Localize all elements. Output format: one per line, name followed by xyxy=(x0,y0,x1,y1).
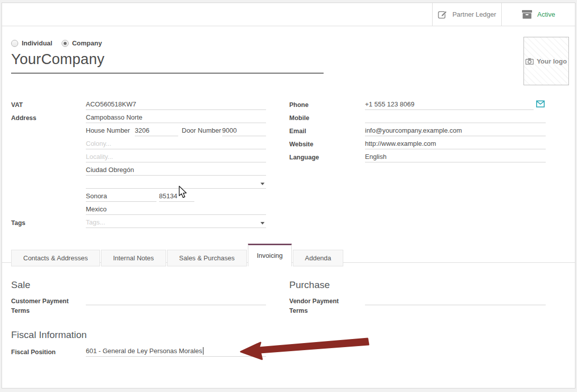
tab-addenda[interactable]: Addenda xyxy=(293,250,343,266)
house-number-input[interactable]: 3206 xyxy=(135,126,178,136)
radio-company-circle[interactable] xyxy=(62,40,69,47)
radio-individual-circle[interactable] xyxy=(11,40,18,47)
language-label: Language xyxy=(289,153,362,162)
colony-input[interactable]: Colony... xyxy=(86,139,266,149)
sms-envelope-icon[interactable] xyxy=(536,100,545,107)
locality-input[interactable]: Locality... xyxy=(86,152,266,162)
tags-input[interactable]: Tags... xyxy=(86,218,266,228)
chevron-down-icon xyxy=(260,351,265,353)
customer-payment-terms-label: Customer Payment Terms xyxy=(11,297,72,316)
partner-ledger-button[interactable]: Partner Ledger xyxy=(432,3,501,26)
tab-contacts-addresses[interactable]: Contacts & Addresses xyxy=(11,250,100,266)
house-number-label: House Number xyxy=(86,127,130,134)
logo-placeholder-text: Your logo xyxy=(537,58,567,65)
company-logo-upload[interactable]: Your logo xyxy=(523,37,569,85)
company-type-radiogroup: Individual Company xyxy=(11,39,102,47)
chevron-down-icon xyxy=(260,183,265,185)
archive-box-icon xyxy=(521,10,533,19)
company-name-input[interactable]: YourCompany xyxy=(11,51,104,68)
tags-label: Tags xyxy=(11,218,84,228)
door-number-input[interactable]: 9000 xyxy=(222,126,266,136)
email-label: Email xyxy=(289,127,362,136)
company-name-underline xyxy=(11,73,324,74)
language-dropdown[interactable]: English xyxy=(365,152,546,162)
vendor-payment-terms-label: Vendor Payment Terms xyxy=(289,297,350,316)
radio-individual[interactable]: Individual xyxy=(11,39,53,47)
purchase-section-heading: Purchase xyxy=(289,279,330,291)
tags-placeholder: Tags... xyxy=(86,218,105,226)
radio-individual-label: Individual xyxy=(22,39,53,47)
active-toggle-button[interactable]: Active xyxy=(501,3,575,26)
street-input[interactable]: Campobasso Norte xyxy=(86,113,266,123)
tab-sales-purchases[interactable]: Sales & Purchases xyxy=(167,250,247,266)
partner-form-screen: Partner Ledger Active Individual Company… xyxy=(0,0,577,392)
edit-pencil-icon xyxy=(438,10,448,20)
topbar-divider xyxy=(2,26,575,26)
mobile-label: Mobile xyxy=(289,114,362,123)
website-label: Website xyxy=(289,140,362,149)
fiscal-position-input[interactable]: 601 - General de Ley Personas Morales xyxy=(86,347,266,357)
notebook-tabs: Contacts & Addresses Internal Notes Sale… xyxy=(11,244,344,266)
mobile-input[interactable] xyxy=(365,113,546,123)
sale-section-heading: Sale xyxy=(11,279,30,291)
country-dropdown[interactable]: Mexico xyxy=(86,205,266,215)
vendor-payment-terms-dropdown[interactable] xyxy=(365,295,546,305)
chevron-down-icon xyxy=(260,222,265,225)
tab-invoicing[interactable]: Invoicing xyxy=(248,244,292,266)
city-input[interactable]: Ciudad Obregón xyxy=(86,165,266,176)
text-cursor xyxy=(203,347,203,355)
partner-ledger-label: Partner Ledger xyxy=(452,11,496,18)
phone-label: Phone xyxy=(289,100,362,110)
vat-label: VAT xyxy=(11,100,84,110)
active-status-label: Active xyxy=(537,11,555,18)
fiscal-position-label: Fiscal Position xyxy=(11,348,84,357)
door-number-label-wrap: Door Number xyxy=(182,126,221,136)
radio-company-label: Company xyxy=(72,39,102,47)
email-input[interactable]: info@yourcompany.example.com xyxy=(365,126,546,136)
phone-input[interactable]: +1 555 123 8069 xyxy=(365,100,534,110)
vat-input[interactable]: ACO560518KW7 xyxy=(86,100,266,110)
door-number-label: Door Number xyxy=(182,127,221,134)
fiscal-position-value: 601 - General de Ley Personas Morales xyxy=(86,347,202,355)
website-input[interactable]: http://www.example.com xyxy=(365,139,546,149)
radio-company[interactable]: Company xyxy=(62,39,102,47)
address-label: Address xyxy=(11,114,84,123)
fiscal-information-heading: Fiscal Information xyxy=(11,329,87,341)
customer-payment-terms-dropdown[interactable] xyxy=(86,295,266,305)
state-dropdown[interactable]: Sonora xyxy=(86,192,156,202)
municipality-dropdown[interactable] xyxy=(86,179,266,189)
zip-input[interactable]: 85134 xyxy=(159,192,194,202)
camera-icon xyxy=(526,58,534,65)
tab-internal-notes[interactable]: Internal Notes xyxy=(101,250,166,266)
